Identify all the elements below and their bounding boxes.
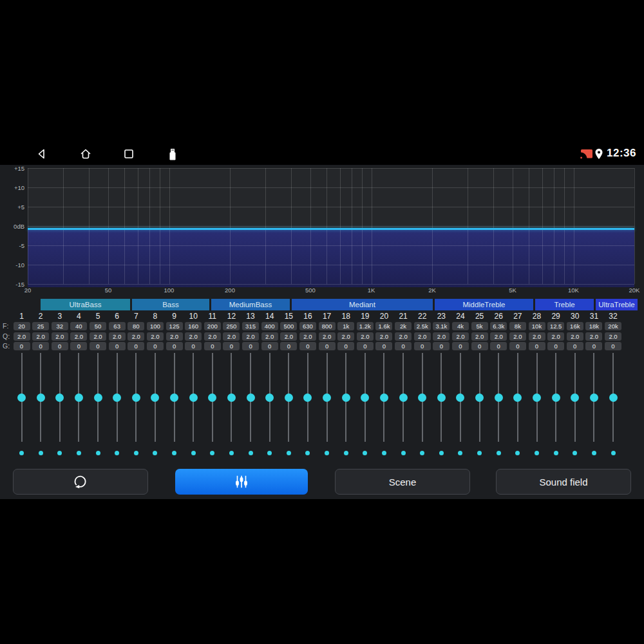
channel-number: 14 <box>260 312 279 321</box>
gain-slider-knob[interactable] <box>170 393 178 402</box>
sound-field-button[interactable]: Sound field <box>496 469 631 495</box>
gain-slider-knob[interactable] <box>456 393 464 402</box>
gain-slider-knob[interactable] <box>380 393 388 402</box>
q-value-chip: 2.0 <box>70 332 87 341</box>
channel-number: 9 <box>165 312 184 321</box>
gridline-horizontal <box>28 187 634 188</box>
channel-number: 12 <box>222 312 241 321</box>
channel-dot-indicator <box>191 451 196 455</box>
freq-value-chip: 1k <box>337 322 354 330</box>
channel-dot-indicator <box>497 451 501 455</box>
channel-dot-indicator <box>287 451 291 455</box>
q-value-chip: 2.0 <box>471 332 488 341</box>
channel-dot-indicator <box>477 451 482 455</box>
channel-number: 3 <box>50 312 70 321</box>
gain-slider-knob[interactable] <box>55 393 64 402</box>
channel-number: 32 <box>603 312 623 321</box>
gain-slider-knob[interactable] <box>399 393 408 402</box>
channel-dot-indicator <box>382 451 386 455</box>
gain-slider-knob[interactable] <box>94 393 102 402</box>
gain-row-label: G: <box>3 342 13 350</box>
gain-value-chip: 0 <box>567 342 583 350</box>
channel-number: 1 <box>12 312 32 321</box>
freq-value-chip: 630 <box>299 322 316 330</box>
gain-slider-knob[interactable] <box>571 393 579 402</box>
channel-number: 2 <box>31 312 50 321</box>
gain-slider-knob[interactable] <box>75 393 83 402</box>
gain-value-chip: 0 <box>433 342 450 350</box>
usb-button[interactable] <box>166 147 179 160</box>
gain-slider-knob[interactable] <box>113 393 121 402</box>
q-value-chip: 2.0 <box>147 332 164 341</box>
gain-value-chip: 0 <box>414 342 431 350</box>
channel-number: 8 <box>146 312 165 321</box>
channel-dot-indicator <box>305 451 310 455</box>
gain-slider-knob[interactable] <box>513 393 522 402</box>
channel-number: 26 <box>489 312 508 321</box>
gain-value-chip: 0 <box>70 342 87 350</box>
reset-button[interactable] <box>13 469 148 495</box>
back-button[interactable] <box>35 147 48 160</box>
channel-number: 23 <box>431 312 451 321</box>
channel-dot-indicator <box>325 451 329 455</box>
gain-slider-knob[interactable] <box>475 393 484 402</box>
location-indicator <box>594 148 607 161</box>
gain-slider-knob[interactable] <box>361 393 369 402</box>
freq-value-chip: 20 <box>14 322 30 330</box>
channel-number: 17 <box>317 312 337 321</box>
q-value-chip: 2.0 <box>585 332 602 341</box>
gridline-vertical <box>634 168 635 284</box>
gain-slider-knob[interactable] <box>552 393 560 402</box>
freq-value-chip: 400 <box>261 322 278 330</box>
q-value-chip: 2.0 <box>299 332 316 341</box>
channel-dot-indicator <box>535 451 539 455</box>
gain-slider-knob[interactable] <box>323 393 331 402</box>
freq-value-chip: 6.3k <box>490 322 507 330</box>
status-bar: 12:36 <box>0 143 644 165</box>
q-value-chip: 2.0 <box>223 332 240 341</box>
recents-button[interactable] <box>122 147 135 160</box>
channel-number: 15 <box>279 312 298 321</box>
gain-slider-knob[interactable] <box>189 393 198 402</box>
clock: 12:36 <box>607 147 636 160</box>
q-value-chip: 2.0 <box>52 332 68 341</box>
gain-value-chip: 0 <box>32 342 49 350</box>
gain-value-chip: 0 <box>547 342 564 350</box>
gain-slider-knob[interactable] <box>285 393 293 402</box>
home-button[interactable] <box>79 147 92 160</box>
gain-slider-knob[interactable] <box>303 393 312 402</box>
gain-slider-knob[interactable] <box>17 393 26 402</box>
channel-number: 21 <box>393 312 413 321</box>
freq-value-chip: 125 <box>166 322 183 330</box>
gain-slider-knob[interactable] <box>590 393 598 402</box>
eq-button[interactable] <box>175 469 308 495</box>
freq-row-label: F: <box>3 322 13 330</box>
gain-slider-knob[interactable] <box>609 393 618 402</box>
scene-button[interactable]: Scene <box>335 469 470 495</box>
gain-slider-knob[interactable] <box>227 393 236 402</box>
gain-slider-knob[interactable] <box>247 393 255 402</box>
gain-value-chip: 0 <box>509 342 526 350</box>
freq-value-chip: 4k <box>452 322 469 330</box>
gain-slider-knob[interactable] <box>151 393 159 402</box>
gain-slider-knob[interactable] <box>437 393 446 402</box>
x-axis-tick-label: 500 <box>305 287 316 294</box>
freq-value-chip: 1.6k <box>375 322 392 330</box>
gain-value-chip: 0 <box>357 342 374 350</box>
gain-slider-knob[interactable] <box>132 393 140 402</box>
gain-value-chip: 0 <box>204 342 221 350</box>
gain-slider-knob[interactable] <box>208 393 216 402</box>
y-axis-tick-label: -15 <box>0 281 24 288</box>
location-pin-icon <box>594 148 604 160</box>
gain-slider-knob[interactable] <box>37 393 45 402</box>
channel-dot-indicator <box>458 451 462 455</box>
channel-dot-indicator <box>115 451 119 455</box>
gain-value-chip: 0 <box>299 342 316 350</box>
channel-dot-indicator <box>554 451 558 455</box>
gain-slider-knob[interactable] <box>495 393 503 402</box>
gain-slider-knob[interactable] <box>342 393 350 402</box>
gain-slider-knob[interactable] <box>265 393 274 402</box>
freq-value-chip: 12.5 <box>547 322 564 330</box>
gain-slider-knob[interactable] <box>418 393 426 402</box>
gain-slider-knob[interactable] <box>533 393 541 402</box>
